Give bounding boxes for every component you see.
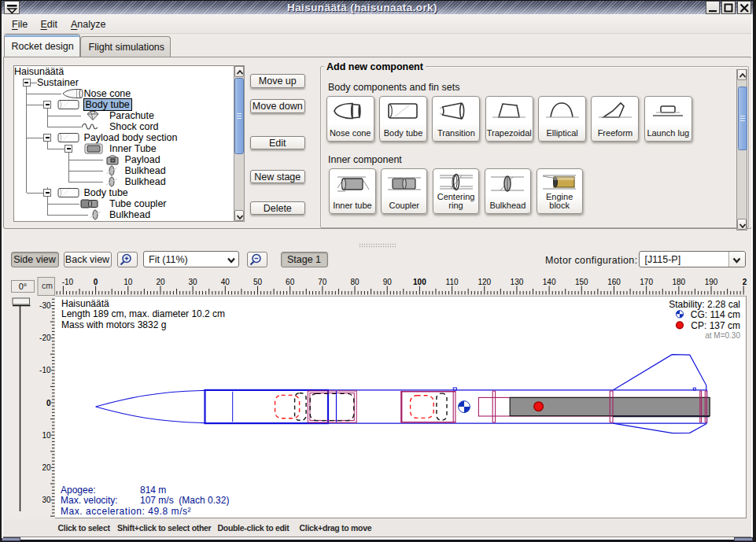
- svg-text:90: 90: [383, 278, 393, 286]
- svg-text:190: 190: [705, 278, 718, 286]
- svg-text:40: 40: [221, 278, 230, 286]
- svg-text:60: 60: [286, 278, 295, 286]
- svg-text:170: 170: [640, 278, 653, 286]
- svg-text:20: 20: [42, 463, 51, 472]
- svg-text:-30: -30: [39, 301, 51, 310]
- svg-text:130: 130: [511, 278, 524, 286]
- svg-text:10: 10: [42, 431, 51, 440]
- svg-text:100: 100: [413, 278, 426, 286]
- svg-text:0: 0: [46, 399, 51, 407]
- svg-text:160: 160: [607, 278, 621, 286]
- svg-text:80: 80: [350, 278, 360, 286]
- svg-text:10: 10: [124, 278, 133, 286]
- svg-text:70: 70: [318, 278, 327, 286]
- svg-text:50: 50: [253, 278, 263, 286]
- svg-text:30: 30: [42, 496, 51, 504]
- svg-text:2: 2: [743, 278, 747, 286]
- svg-text:0: 0: [94, 278, 98, 286]
- svg-text:-10: -10: [39, 366, 51, 374]
- svg-text:-20: -20: [39, 334, 51, 342]
- svg-text:120: 120: [478, 278, 491, 286]
- svg-text:30: 30: [189, 278, 198, 286]
- svg-text:-10: -10: [62, 278, 74, 286]
- svg-text:150: 150: [575, 278, 588, 286]
- svg-text:180: 180: [672, 278, 685, 286]
- svg-text:20: 20: [156, 278, 165, 286]
- svg-text:110: 110: [446, 278, 459, 286]
- svg-text:140: 140: [543, 278, 556, 286]
- svg-text:cm: cm: [42, 281, 53, 290]
